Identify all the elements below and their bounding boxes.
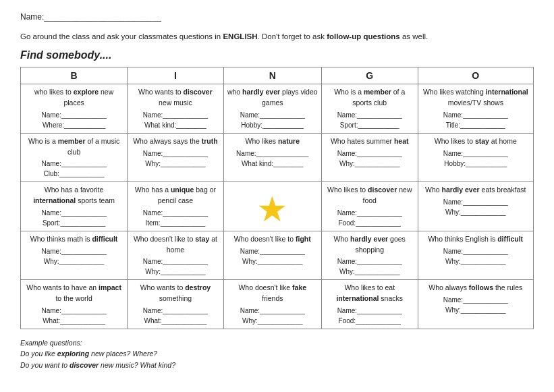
cell-field: Name:____________ xyxy=(422,295,530,305)
cell-field: Why:____________ xyxy=(325,267,414,277)
star-icon: ★ xyxy=(256,192,288,227)
cell-description: Who likes watching international movies/… xyxy=(422,87,530,109)
cell-field: What kind:________ xyxy=(131,120,219,130)
cell-field: Name:____________ xyxy=(325,306,414,316)
cell-r1-c1: Who always says the truthName:__________… xyxy=(128,133,223,182)
cell-field: Name:____________ xyxy=(227,246,318,256)
cell-description: Who likes to discover new food xyxy=(325,185,414,206)
cell-field: Where:___________ xyxy=(24,120,123,130)
bingo-table: BINGO who likes to explore new placesNam… xyxy=(20,67,534,329)
cell-r0-c3: Who is a member of a sports clubName:___… xyxy=(321,84,418,134)
cell-description: Who wants to destroy something xyxy=(131,283,219,304)
cell-field: What:____________ xyxy=(131,316,219,326)
cell-field: Name:____________ xyxy=(422,110,530,120)
cell-r0-c2: who hardly ever plays video gamesName:__… xyxy=(223,84,321,134)
cell-r4-c3: Who likes to eat international snacksNam… xyxy=(321,280,418,329)
cell-field: Item:____________ xyxy=(131,218,219,228)
cell-r3-c3: Who hardly ever goes shoppingName:______… xyxy=(321,231,418,280)
cell-field: Food:____________ xyxy=(325,316,414,326)
cell-r1-c3: Who hates summer heatName:____________Wh… xyxy=(321,133,418,182)
cell-description: Who likes to stay at home xyxy=(422,136,530,147)
cell-field: Title:____________ xyxy=(422,120,530,130)
cell-description: Who wants to discover new music xyxy=(131,87,219,109)
cell-r2-c4: Who hardly ever eats breakfastName:_____… xyxy=(418,182,533,231)
cell-field: Name:____________ xyxy=(24,159,123,169)
cell-description: Who hardly ever eats breakfast xyxy=(422,185,530,196)
cell-field: Name:____________ xyxy=(24,246,123,256)
cell-r1-c0: Who is a member of a music clubName:____… xyxy=(21,133,128,182)
cell-field: Why:____________ xyxy=(131,267,219,277)
cell-field: What:____________ xyxy=(24,316,123,326)
cell-field: Why:____________ xyxy=(131,159,219,169)
cell-field: Name:____________ xyxy=(422,197,530,207)
cell-field: Name:____________ xyxy=(131,148,219,159)
cell-r4-c4: Who always follows the rulesName:_______… xyxy=(418,280,533,329)
example-section: Example questions:Do you like exploring … xyxy=(20,339,534,371)
cell-field: Why:____________ xyxy=(24,256,123,267)
cell-field: Name:______________ xyxy=(227,148,318,159)
cell-description: Who doesn't like to fight xyxy=(227,234,318,245)
cell-description: Who doesn't like fake friends xyxy=(227,283,318,304)
column-header-o: O xyxy=(418,67,533,84)
cell-r3-c4: Who thinks English is difficultName:____… xyxy=(418,231,533,280)
cell-r2-c1: Who has a unique bag or pencil caseName:… xyxy=(128,182,223,231)
cell-field: Why:____________ xyxy=(422,207,530,217)
cell-field: Name:____________ xyxy=(325,110,414,120)
cell-description: Who always says the truth xyxy=(131,136,219,147)
cell-field: Name:____________ xyxy=(24,306,123,316)
cell-field: What kind:________ xyxy=(227,159,318,169)
cell-r3-c1: Who doesn't like to stay at homeName:___… xyxy=(128,231,223,280)
page-title: Find somebody.... xyxy=(20,49,534,61)
cell-field: Name:____________ xyxy=(422,246,530,256)
cell-r0-c1: Who wants to discover new musicName:____… xyxy=(128,84,223,134)
cell-field: Why:____________ xyxy=(422,305,530,315)
cell-field: Why:____________ xyxy=(227,256,318,267)
cell-r1-c2: Who likes natureName:______________What … xyxy=(223,133,321,182)
cell-r2-c0: Who has a favorite international sports … xyxy=(21,182,128,231)
cell-description: Who always follows the rules xyxy=(422,283,530,293)
cell-description: Who hardly ever goes shopping xyxy=(325,234,414,256)
cell-field: Club:____________ xyxy=(24,169,123,179)
cell-r1-c4: Who likes to stay at homeName:__________… xyxy=(418,133,533,182)
cell-description: who likes to explore new places xyxy=(24,87,123,109)
cell-field: Why:____________ xyxy=(422,256,530,267)
cell-description: Who likes nature xyxy=(227,136,318,147)
cell-field: Name:____________ xyxy=(131,208,219,218)
cell-field: Name:____________ xyxy=(325,208,414,218)
cell-field: Name:____________ xyxy=(131,110,219,120)
cell-description: Who thinks English is difficult xyxy=(422,234,530,245)
example-line: Do you like exploring new places? Where? xyxy=(20,348,534,360)
cell-description: Who wants to have an impact to the world xyxy=(24,283,123,304)
cell-field: Name:____________ xyxy=(422,148,530,159)
cell-r2-c2: ★ xyxy=(223,182,321,231)
cell-field: Sport:___________ xyxy=(325,120,414,130)
cell-field: Why:____________ xyxy=(325,159,414,169)
cell-field: Name:____________ xyxy=(24,110,123,120)
cell-field: Name:____________ xyxy=(131,306,219,316)
cell-r0-c4: Who likes watching international movies/… xyxy=(418,84,533,134)
cell-field: Hobby:___________ xyxy=(227,120,318,130)
cell-field: Name:____________ xyxy=(325,256,414,267)
cell-description: Who thinks math is difficult xyxy=(24,234,123,245)
column-header-b: B xyxy=(21,67,128,84)
cell-field: Name:____________ xyxy=(131,256,219,267)
cell-description: who hardly ever plays video games xyxy=(227,87,318,109)
example-title: Example questions: xyxy=(20,339,534,347)
cell-r3-c0: Who thinks math is difficultName:_______… xyxy=(21,231,128,280)
cell-field: Name:____________ xyxy=(227,110,318,120)
column-header-g: G xyxy=(321,67,418,84)
cell-description: Who has a unique bag or pencil case xyxy=(131,185,219,206)
cell-field: Name:____________ xyxy=(227,306,318,316)
cell-r0-c0: who likes to explore new placesName:____… xyxy=(21,84,128,134)
instructions: Go around the class and ask your classma… xyxy=(20,31,534,43)
cell-description: Who doesn't like to stay at home xyxy=(131,234,219,256)
cell-r4-c1: Who wants to destroy somethingName:_____… xyxy=(128,280,223,329)
cell-description: Who likes to eat international snacks xyxy=(325,283,414,304)
cell-r2-c3: Who likes to discover new foodName:_____… xyxy=(321,182,418,231)
name-line: Name:__________________________ xyxy=(20,12,534,22)
column-header-n: N xyxy=(223,67,321,84)
cell-r3-c2: Who doesn't like to fightName:__________… xyxy=(223,231,321,280)
cell-field: Sport:____________ xyxy=(24,218,123,228)
cell-field: Name:____________ xyxy=(24,208,123,218)
cell-description: Who has a favorite international sports … xyxy=(24,185,123,206)
